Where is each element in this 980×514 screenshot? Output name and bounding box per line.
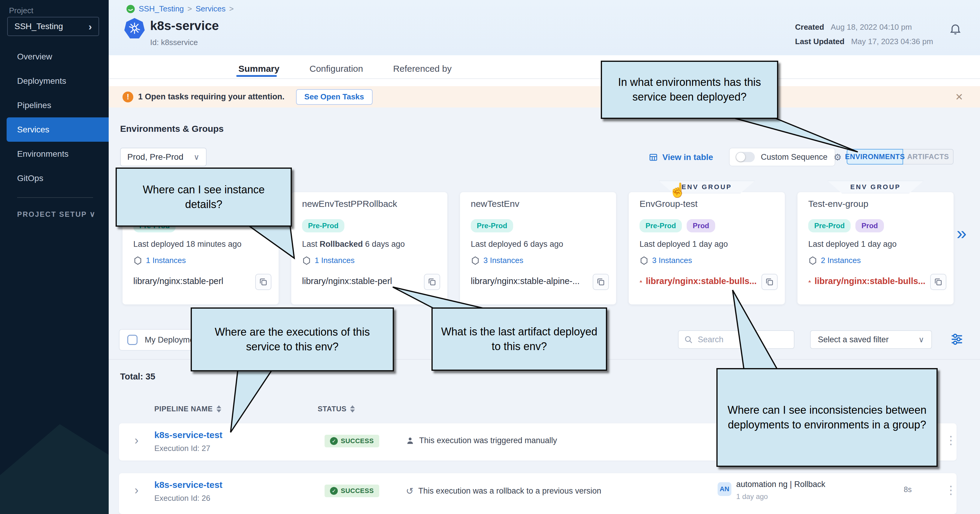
chevron-down-icon: ∨ xyxy=(918,335,924,344)
pipeline-link[interactable]: k8s-service-test xyxy=(154,430,223,440)
saved-filter-select[interactable]: Select a saved filter ∨ xyxy=(810,330,932,349)
notifications-bell-icon[interactable] xyxy=(949,22,962,36)
env-type-filter-value: Prod, Pre-Prod xyxy=(127,152,183,162)
instances-link[interactable]: 3 Instances xyxy=(471,256,523,265)
row-menu-icon[interactable]: ⋮ xyxy=(945,434,956,447)
tab-referenced-by[interactable]: Referenced by xyxy=(393,64,452,74)
custom-sequence-toggle[interactable] xyxy=(736,152,755,162)
total-count: Total: 35 xyxy=(120,372,155,382)
breadcrumb-services-link[interactable]: Services xyxy=(196,4,226,14)
env-type-filter-select[interactable]: Prod, Pre-Prod ∨ xyxy=(120,148,207,166)
last-deployed-text: Last deployed 18 minutes ago xyxy=(133,240,242,249)
env-group-card[interactable]: EnvGroup-test Pre-Prod Prod Last deploye… xyxy=(629,192,785,304)
copy-icon[interactable] xyxy=(255,274,271,290)
search-input[interactable] xyxy=(697,335,781,345)
avatar: AN xyxy=(718,482,732,496)
chevron-right-icon: › xyxy=(89,21,92,32)
breadcrumb-project-link[interactable]: SSH_Testing xyxy=(139,4,184,14)
instances-icon xyxy=(302,256,311,265)
trigger-info: ↺ This execution was a rollback to a pre… xyxy=(406,486,601,496)
env-card-name: newEnvTestPPRollback xyxy=(302,199,397,209)
env-group-card[interactable]: Test-env-group Pre-Prod Prod Last deploy… xyxy=(797,192,954,304)
view-in-table-link[interactable]: View in table xyxy=(649,153,713,162)
triggered-when: 1 day ago xyxy=(736,492,768,501)
artifact-text: library/nginx:stable-perl xyxy=(133,276,223,286)
instances-link[interactable]: 1 Instances xyxy=(302,256,355,265)
tab-artifacts[interactable]: ARTIFACTS xyxy=(903,149,954,164)
rollback-icon: ↺ xyxy=(406,486,414,496)
sidebar-item-gitops[interactable]: GitOps xyxy=(0,166,109,190)
env-type-badge: Pre-Prod xyxy=(471,219,513,232)
artifact-text: library/nginx:stable-alpine-... xyxy=(471,276,580,286)
search-field xyxy=(678,330,794,349)
column-header-status[interactable]: STATUS xyxy=(318,405,355,413)
status-badge: ✓ SUCCESS xyxy=(325,485,379,497)
active-tab-underline xyxy=(236,75,277,77)
expand-carousel-icon[interactable]: » xyxy=(956,223,966,243)
updated-value: May 17, 2023 04:36 pm xyxy=(851,34,933,49)
close-icon[interactable]: ✕ xyxy=(955,91,963,103)
env-card-name: newTestEnv xyxy=(471,199,519,209)
env-type-badge: Prod xyxy=(855,219,884,232)
row-menu-icon[interactable]: ⋮ xyxy=(945,484,956,496)
cursor-pointer: ☝ xyxy=(669,182,686,198)
sidebar-item-deployments[interactable]: Deployments xyxy=(0,69,109,93)
project-selector[interactable]: SSH_Testing › xyxy=(7,17,99,36)
copy-icon[interactable] xyxy=(761,274,778,290)
sidebar-item-overview[interactable]: Overview xyxy=(0,45,109,69)
env-group-tab: ENV GROUP xyxy=(827,181,924,193)
gear-icon[interactable]: ⚙ xyxy=(834,152,842,162)
last-deployed-text: Last deployed 6 days ago xyxy=(471,240,563,249)
copy-icon[interactable] xyxy=(593,274,609,290)
env-card[interactable]: newEnvTestPPRollback Pre-Prod Last Rollb… xyxy=(291,192,447,304)
instances-icon xyxy=(640,256,649,265)
instances-link[interactable]: 1 Instances xyxy=(133,256,186,265)
my-deployments-checkbox[interactable] xyxy=(127,335,137,345)
service-id: Id: k8sservice xyxy=(150,38,198,47)
sidebar-nav: Overview Deployments Pipelines Services … xyxy=(0,45,109,190)
copy-icon[interactable] xyxy=(930,274,947,290)
page-title: k8s-service xyxy=(150,19,219,33)
warning-triangle-icon xyxy=(808,277,811,285)
callout-executions: Where are the executions of this service… xyxy=(191,307,394,371)
toggle-knob xyxy=(736,153,745,162)
custom-sequence-control: Custom Sequence ⚙ xyxy=(729,148,835,166)
column-header-pipeline-name[interactable]: PIPELINE NAME xyxy=(154,405,221,413)
copy-icon[interactable] xyxy=(424,274,440,290)
project-setup-toggle[interactable]: PROJECT SETUP ∨ xyxy=(17,210,95,219)
expand-row-icon[interactable]: › xyxy=(135,484,138,497)
expand-row-icon[interactable]: › xyxy=(135,434,138,447)
breadcrumb-separator: > xyxy=(187,4,192,14)
sidebar-item-environments[interactable]: Environments xyxy=(0,142,109,166)
duration: 8s xyxy=(904,485,912,494)
project-section-label: Project xyxy=(9,6,33,15)
sidebar-item-services[interactable]: Services xyxy=(6,118,109,142)
pipeline-link[interactable]: k8s-service-test xyxy=(154,480,223,490)
instances-icon xyxy=(808,256,817,265)
instances-link[interactable]: 3 Instances xyxy=(640,256,692,265)
callout-instance-details: Where can I see instance details? xyxy=(116,167,292,227)
saved-filter-value: Select a saved filter xyxy=(818,335,889,344)
success-check-icon: ✓ xyxy=(330,437,338,445)
last-deployed-text: Last Rollbacked 6 days ago xyxy=(302,240,405,249)
artifact-error-text: library/nginx:stable-bulls... xyxy=(640,276,757,286)
env-type-badge: Prod xyxy=(687,219,715,232)
callout-environments: In what environments has this service be… xyxy=(601,60,778,119)
env-artifacts-segmented-control: ENVIRONMENTS ARTIFACTS xyxy=(847,149,954,164)
tab-configuration[interactable]: Configuration xyxy=(310,64,363,74)
created-value: Aug 18, 2022 04:10 pm xyxy=(831,20,912,34)
filter-sliders-icon[interactable] xyxy=(950,331,964,348)
trigger-info: This execution was triggered manually xyxy=(406,436,557,445)
execution-row[interactable]: › k8s-service-test Execution Id: 26 ✓ SU… xyxy=(119,473,956,514)
last-deployed-text: Last deployed 1 day ago xyxy=(640,240,728,249)
sidebar-item-pipelines[interactable]: Pipelines xyxy=(0,93,109,118)
instances-link[interactable]: 2 Instances xyxy=(808,256,861,265)
custom-sequence-label: Custom Sequence xyxy=(761,153,827,162)
env-card-name: EnvGroup-test xyxy=(640,199,697,209)
sidebar-decoration xyxy=(0,412,109,514)
env-card[interactable]: newTestEnv Pre-Prod Last deployed 6 days… xyxy=(460,192,616,304)
tab-environments[interactable]: ENVIRONMENTS xyxy=(847,149,903,164)
see-open-tasks-button[interactable]: See Open Tasks xyxy=(296,89,372,105)
chevron-down-icon: ∨ xyxy=(194,153,199,162)
tab-summary[interactable]: Summary xyxy=(239,64,280,74)
